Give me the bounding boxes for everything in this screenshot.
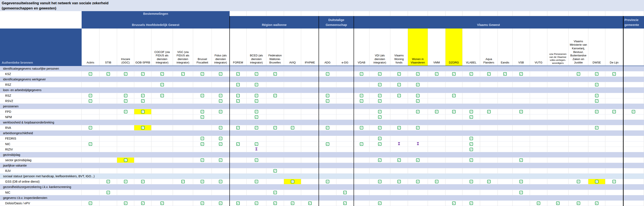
cell-nic-eandis[interactable] <box>498 190 512 195</box>
col-header-eandis[interactable]: Eandis <box>498 28 512 66</box>
cell-nic-ifapme[interactable] <box>301 141 319 147</box>
cell-sector-gezinsbijslag-bced-als-diensten-integrator[interactable]: ✓ <box>246 158 266 163</box>
blank-cell[interactable] <box>498 11 512 16</box>
cell-riziv-f-d-ration-wallonie-bruxelles[interactable] <box>266 147 284 152</box>
cell-rsz-wonen-in-vlaanderen[interactable]: ✓ <box>408 93 428 98</box>
cell-gss-db-of-online-dienst-dwse[interactable]: ✓ <box>588 179 605 184</box>
cell-nic-brussel-fiscaliteit[interactable] <box>193 190 212 195</box>
cell-npm-stib[interactable] <box>100 114 117 120</box>
blank-cell[interactable] <box>246 11 266 16</box>
cell-fedris-f-d-ration-wallonie-bruxelles[interactable] <box>266 136 284 141</box>
cell-sector-gezinsbijslag-iriscare-ggc[interactable]: ✓ <box>117 158 134 163</box>
cell-nic-wonen-in-vlaanderen[interactable] <box>408 141 428 147</box>
cell-rsz-fidus-als-diensten-integrator[interactable] <box>212 82 230 87</box>
cell-fedris-e-dg[interactable] <box>336 136 354 141</box>
cell-nic-vdab[interactable]: ✓ <box>354 141 370 147</box>
cell-ksz-eandis[interactable]: ✓ <box>498 71 512 77</box>
cell-gss-db-of-online-dienst-ifapme[interactable] <box>301 179 319 184</box>
cell-gss-db-of-online-dienst-eandis[interactable] <box>498 179 512 184</box>
cell-rva-vgc-via-fidus-als-diensten-integrator[interactable] <box>173 125 193 130</box>
cell-npm-ifapme[interactable] <box>301 114 319 120</box>
col-header-dwse[interactable]: DWSE <box>588 28 605 66</box>
cell-rva-f-d-ration-wallonie-bruxelles[interactable]: ✓ <box>266 125 284 130</box>
cell-npm-aviq[interactable] <box>284 114 301 120</box>
cell-gss-db-of-online-dienst-aqua-flanders[interactable]: ✓ <box>480 179 498 184</box>
cell-sector-gezinsbijslag-brussel-fiscaliteit[interactable]: ✓ <box>193 158 212 163</box>
cell-rjv-wonen-in-vlaanderen[interactable] <box>408 168 428 173</box>
cell-ksz-vlabel[interactable]: ✓ <box>462 71 480 77</box>
cell-rva-vzw-pensioenen-van-de-vlaamse-volks-verteg[interactable] <box>547 125 568 130</box>
cell-rjv-aqua-flanders[interactable] <box>480 168 498 173</box>
cell-nic-fidus-als-diensten-integrator[interactable]: ✓ <box>212 141 230 147</box>
cell-sector-gezinsbijslag-vlaams-ministerie-van-kanselarij-bestuur-b[interactable] <box>568 158 588 163</box>
cell-rjv-forem[interactable] <box>230 168 246 173</box>
row-label-rva[interactable]: RVA <box>0 125 82 130</box>
cell-sector-gezinsbijslag-vutg[interactable] <box>530 158 547 163</box>
cell-rsz-stib[interactable] <box>100 82 117 87</box>
cell-rjv-vsb[interactable] <box>512 168 530 173</box>
cell-nic-e-dg[interactable]: ✓ <box>336 190 354 195</box>
cell-fedris-iriscare-ggc[interactable] <box>117 136 134 141</box>
cell-rsz-dwse[interactable]: ✓ <box>588 82 605 87</box>
cell-sector-gezinsbijslag-e-dg[interactable] <box>336 158 354 163</box>
cell-npm-bced-als-diensten-integrator[interactable]: ✓ <box>246 114 266 120</box>
cell-gss-db-of-online-dienst-wonen-in-vlaanderen[interactable]: ✓ <box>408 179 428 184</box>
cell-nic-aviq[interactable] <box>284 141 301 147</box>
cell-rjv-vutg[interactable] <box>530 168 547 173</box>
cell-sector-gezinsbijslag-vsb[interactable]: ✓ <box>512 158 530 163</box>
cell-rva-aviq[interactable]: ✓ <box>284 125 301 130</box>
cell-rsz-vlabel[interactable] <box>462 82 480 87</box>
cell-dolsis-oasis-epv-dwse[interactable]: ✓ <box>588 201 605 206</box>
group-row-identificatiegegevens-natuurlijke-personen[interactable]: identificatiegegevens natuurlijke person… <box>0 66 644 71</box>
cell-rva-aqua-flanders[interactable] <box>480 125 498 130</box>
cell-npm-dzorg[interactable] <box>446 114 462 120</box>
cell-fpd-vlaams-ministerie-van-kanselarij-bestuur-b[interactable] <box>568 109 588 114</box>
cell-ksz-bced-als-diensten-integrator[interactable]: ✓ <box>246 71 266 77</box>
cell-nic-fidus-als-diensten-integrator[interactable] <box>212 190 230 195</box>
cell-rsvz-cocof-via-fidus-als-diensten-integrator[interactable] <box>152 99 173 103</box>
cell-nic-bced-als-diensten-integrator[interactable] <box>246 190 266 195</box>
cell-sector-gezinsbijslag-vzw-pensioenen-van-de-vlaamse-volks-verteg[interactable] <box>547 158 568 163</box>
col-header-vdab[interactable]: VDAB <box>354 28 370 66</box>
cell-rsz-vlaams-woning-fonds[interactable]: ✓ <box>390 82 408 87</box>
cell-rva-wonen-in-vlaanderen[interactable]: ✓ <box>408 125 428 130</box>
cell-fpd-vutg[interactable] <box>530 109 547 114</box>
cell-fpd-de-lijn[interactable]: ✓ <box>605 109 623 114</box>
blank-cell[interactable] <box>390 11 408 16</box>
cell-rsz-actiris[interactable] <box>82 82 100 87</box>
cell-nic-dzorg[interactable] <box>446 190 462 195</box>
cell-rsz-de-lijn[interactable] <box>605 93 623 98</box>
cell-gss-db-of-online-dienst-de-lijn[interactable]: ✓ <box>605 179 623 184</box>
col-header-vsb[interactable]: VSB <box>512 28 530 66</box>
row-label-rjv[interactable]: RJV <box>0 168 82 173</box>
cell-rsz-e-dg[interactable] <box>336 93 354 98</box>
cell-fpd-gob-sprb[interactable]: ✓ <box>134 109 152 114</box>
cell-riziv-vsb[interactable] <box>512 147 530 152</box>
cell-rsz-cocof-via-fidus-als-diensten-integrator[interactable]: ✓ <box>152 93 173 98</box>
cell-fpd-aviq[interactable] <box>284 109 301 114</box>
cell-npm-provincie-gemeente[interactable] <box>623 114 644 120</box>
cell-ksz-gob-sprb[interactable]: ✓ <box>134 71 152 77</box>
cell-rjv-cocof-via-fidus-als-diensten-integrator[interactable] <box>152 168 173 173</box>
cell-riziv-fidus-als-diensten-integrator[interactable] <box>212 147 230 152</box>
cell-rva-dwse[interactable]: ✓ <box>588 125 605 130</box>
cell-rsz-cocof-via-fidus-als-diensten-integrator[interactable]: ✓ <box>152 82 173 87</box>
cell-rsz-brussel-fiscaliteit[interactable] <box>193 82 212 87</box>
cell-nic-dwse[interactable] <box>588 141 605 147</box>
cell-npm-vzw-pensioenen-van-de-vlaamse-volks-verteg[interactable] <box>547 114 568 120</box>
cell-rva-forem[interactable]: ✓ <box>230 125 246 130</box>
col-header-dzorg[interactable]: DZORG <box>446 28 462 66</box>
cell-gss-db-of-online-dienst-vlabel[interactable]: ✓ <box>462 179 480 184</box>
cell-ksz-iriscare-ggc[interactable]: ✓ <box>117 71 134 77</box>
cell-fedris-vdab[interactable] <box>354 136 370 141</box>
cell-rva-vmm[interactable] <box>428 125 446 130</box>
cell-rjv-adg[interactable] <box>319 168 336 173</box>
cell-gss-db-of-online-dienst-vzw-pensioenen-van-de-vlaamse-volks-verteg[interactable] <box>547 179 568 184</box>
cell-rjv-stib[interactable] <box>100 168 117 173</box>
cell-rva-e-dg[interactable] <box>336 125 354 130</box>
cell-riziv-aqua-flanders[interactable] <box>480 147 498 152</box>
cell-rjv-de-lijn[interactable] <box>605 168 623 173</box>
cell-nic-ifapme[interactable] <box>301 190 319 195</box>
cell-rsvz-ifapme[interactable] <box>301 99 319 103</box>
cell-npm-actiris[interactable] <box>82 114 100 120</box>
